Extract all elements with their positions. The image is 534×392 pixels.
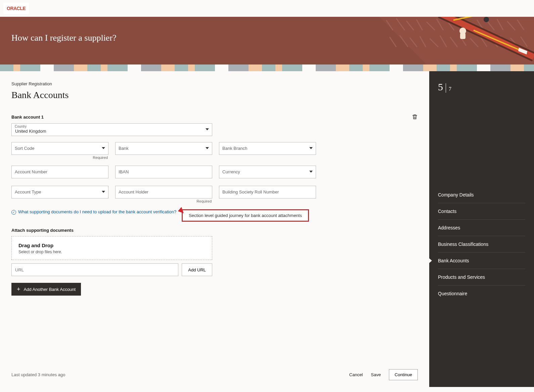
page-title: Bank Accounts	[11, 90, 418, 100]
nav-products-services[interactable]: Products and Services	[438, 269, 525, 286]
supporting-docs-help-link[interactable]: ✓ What supporting documents do I need to…	[11, 209, 176, 214]
current-step: 5	[438, 81, 443, 93]
iban-input[interactable]	[115, 166, 212, 178]
hero-banner: How can I register a supplier?	[0, 17, 534, 64]
bank-select[interactable]	[115, 142, 212, 155]
nav-contacts[interactable]: Contacts	[438, 203, 525, 220]
url-input[interactable]	[11, 263, 178, 276]
add-another-bank-account-button[interactable]: + Add Another Bank Account	[11, 283, 81, 296]
nav-business-classifications[interactable]: Business Classifications	[438, 236, 525, 253]
file-dropzone[interactable]: Drag and Drop Select or drop files here.	[11, 236, 212, 260]
hero-illustration	[359, 17, 534, 64]
wizard-nav: Company Details Contacts Addresses Busin…	[438, 187, 525, 302]
sort-code-required-hint: Required	[11, 156, 108, 160]
sort-code-select[interactable]	[11, 142, 108, 155]
country-select[interactable]	[11, 123, 212, 136]
nav-addresses[interactable]: Addresses	[438, 220, 525, 236]
account-holder-required-hint: Required	[115, 199, 212, 203]
nav-bank-accounts[interactable]: Bank Accounts	[438, 253, 525, 269]
plus-icon: +	[17, 286, 20, 292]
nav-questionnaire[interactable]: Questionnaire	[438, 286, 525, 302]
continue-button[interactable]: Continue	[389, 369, 418, 380]
total-steps: 7	[449, 86, 451, 93]
step-divider	[446, 83, 446, 93]
nav-company-details[interactable]: Company Details	[438, 187, 525, 203]
last-updated-text: Last updated 3 minutes ago	[11, 372, 349, 377]
dropzone-title: Drag and Drop	[18, 243, 205, 248]
callout-pointer	[177, 207, 184, 215]
top-bar: ORACLE	[0, 0, 534, 17]
account-holder-input[interactable]	[115, 186, 212, 199]
add-url-button[interactable]: Add URL	[182, 263, 212, 276]
help-link-text: What supporting documents do I need to u…	[18, 209, 176, 214]
delete-icon[interactable]	[412, 114, 418, 120]
currency-select[interactable]	[219, 166, 316, 178]
oracle-logo: ORACLE	[7, 6, 26, 11]
svg-rect-4	[460, 33, 465, 39]
account-type-select[interactable]	[11, 186, 108, 199]
bank-branch-select[interactable]	[219, 142, 316, 155]
add-account-label: Add Another Bank Account	[24, 287, 76, 292]
account-number-input[interactable]	[11, 166, 108, 178]
breadcrumb: Supplier Registration	[11, 81, 418, 86]
step-indicator: 5 7	[438, 81, 525, 93]
guided-journey-callout: Section level guided journey for bank ac…	[182, 209, 309, 222]
save-button[interactable]: Save	[371, 372, 381, 377]
svg-point-5	[484, 17, 489, 22]
decorative-stripe	[0, 64, 534, 71]
cancel-button[interactable]: Cancel	[349, 372, 363, 377]
help-icon: ✓	[11, 210, 16, 215]
main-content: Supplier Registration Bank Accounts Bank…	[0, 71, 429, 387]
attach-label: Attach supporting documents	[11, 228, 418, 233]
bank-account-section-label: Bank account 1	[11, 115, 412, 120]
sidebar: 5 7 Company Details Contacts Addresses B…	[429, 71, 534, 387]
building-society-input[interactable]	[219, 186, 316, 199]
callout-text: Section level guided journey for bank ac…	[189, 213, 302, 218]
logo-container: ORACLE	[3, 3, 29, 14]
dropzone-subtitle: Select or drop files here.	[18, 250, 205, 254]
